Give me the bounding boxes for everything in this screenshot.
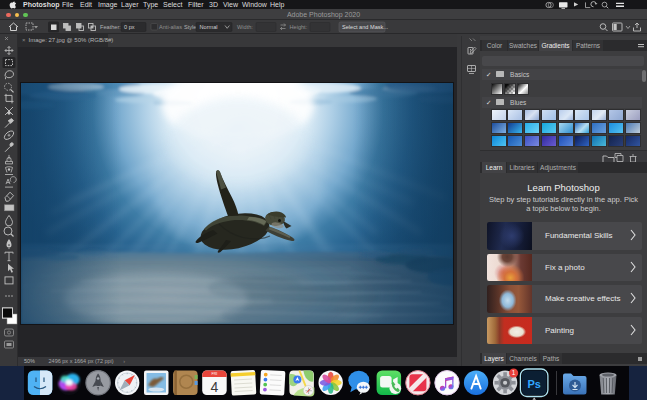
svg-text:Normal: Normal: [200, 24, 218, 30]
svg-text:0 px: 0 px: [124, 24, 135, 30]
svg-text:FRI: FRI: [212, 372, 218, 376]
svg-text:4: 4: [211, 379, 219, 395]
svg-text:Feather:: Feather:: [100, 24, 121, 30]
svg-text:1: 1: [512, 369, 516, 376]
svg-text:Ps: Ps: [527, 378, 540, 390]
svg-text:Anti-alias: Anti-alias: [159, 24, 182, 30]
svg-text:Height:: Height:: [290, 24, 308, 30]
svg-text:Select and Mask...: Select and Mask...: [342, 24, 388, 30]
svg-text:Width:: Width:: [237, 24, 253, 30]
